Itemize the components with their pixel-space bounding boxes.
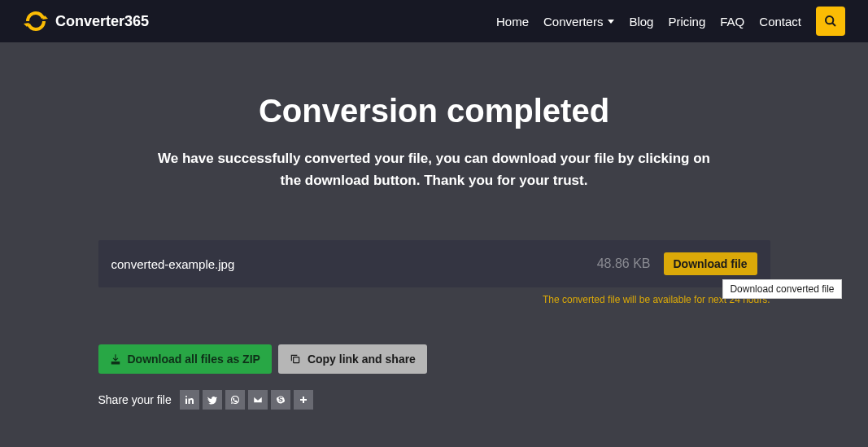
svg-rect-5 xyxy=(294,357,299,363)
nav-converters[interactable]: Converters xyxy=(543,15,614,28)
download-file-button[interactable]: Download file xyxy=(664,252,757,275)
availability-note: The converted file will be available for… xyxy=(98,294,770,305)
main-content: Conversion completed We have successfull… xyxy=(0,42,868,410)
search-button[interactable] xyxy=(816,7,845,36)
header: Converter365 Home Converters Blog Pricin… xyxy=(0,0,868,42)
search-icon xyxy=(824,15,837,28)
svg-rect-6 xyxy=(185,399,187,405)
whatsapp-icon[interactable] xyxy=(225,390,245,410)
more-icon[interactable] xyxy=(294,390,313,410)
download-icon xyxy=(110,353,121,365)
share-icons xyxy=(180,390,313,410)
email-icon[interactable] xyxy=(248,390,268,410)
logo-text: Converter365 xyxy=(55,13,149,30)
svg-point-2 xyxy=(826,16,833,24)
nav-faq[interactable]: FAQ xyxy=(720,15,744,28)
file-size: 48.86 KB xyxy=(597,256,651,271)
twitter-icon[interactable] xyxy=(203,390,222,410)
linkedin-icon[interactable] xyxy=(180,390,199,410)
nav: Home Converters Blog Pricing FAQ Contact xyxy=(496,7,845,36)
page-title: Conversion completed xyxy=(0,93,868,129)
logo-icon xyxy=(23,8,49,34)
nav-converters-label: Converters xyxy=(543,15,603,28)
file-right: 48.86 KB Download file xyxy=(597,252,757,275)
nav-pricing[interactable]: Pricing xyxy=(668,15,705,28)
nav-blog[interactable]: Blog xyxy=(629,15,653,28)
download-zip-button[interactable]: Download all files as ZIP xyxy=(98,344,272,374)
download-tooltip: Download converted file xyxy=(722,279,841,299)
zip-button-label: Download all files as ZIP xyxy=(128,353,260,366)
svg-rect-9 xyxy=(300,399,307,401)
nav-contact[interactable]: Contact xyxy=(759,15,801,28)
file-name: converted-example.jpg xyxy=(111,257,235,271)
share-label: Share your file xyxy=(98,393,172,406)
svg-rect-4 xyxy=(111,362,119,364)
copy-link-button[interactable]: Copy link and share xyxy=(278,344,427,374)
copy-button-label: Copy link and share xyxy=(308,353,416,366)
chevron-down-icon xyxy=(608,20,614,24)
svg-point-7 xyxy=(185,396,187,397)
logo[interactable]: Converter365 xyxy=(23,8,149,34)
page-subtitle: We have successfully converted your file… xyxy=(150,147,719,191)
copy-icon xyxy=(290,353,301,365)
file-row: converted-example.jpg 48.86 KB Download … xyxy=(98,240,770,287)
nav-home[interactable]: Home xyxy=(496,15,529,28)
actions-row: Download all files as ZIP Copy link and … xyxy=(98,344,770,374)
skype-icon[interactable] xyxy=(271,390,290,410)
share-row: Share your file xyxy=(98,390,770,410)
svg-line-3 xyxy=(832,23,835,26)
